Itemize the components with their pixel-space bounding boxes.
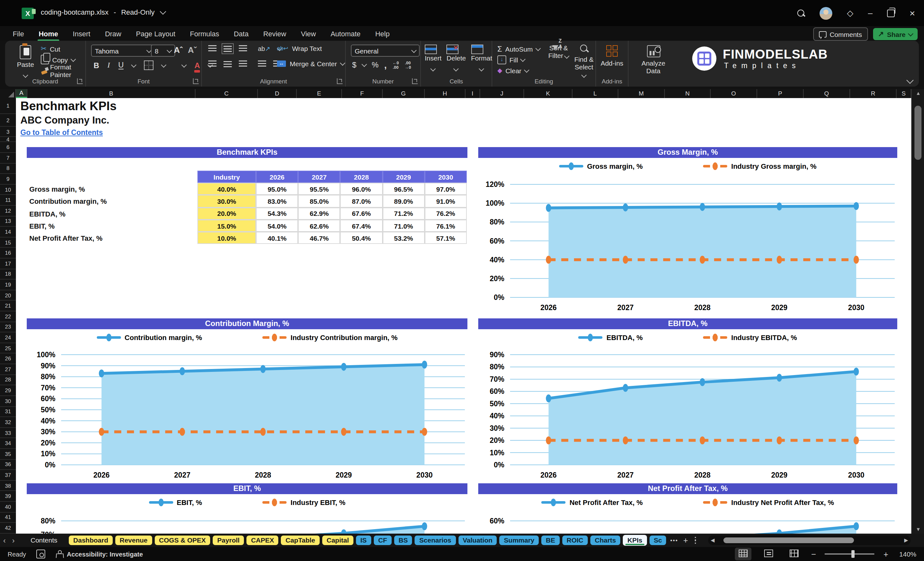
column-header-o[interactable]: O — [711, 89, 757, 98]
column-header-g[interactable]: G — [383, 89, 425, 98]
grow-font-button[interactable]: Aˆ — [174, 45, 183, 55]
row-header-9[interactable]: 9 — [0, 174, 16, 184]
sheet-tab-payroll[interactable]: Payroll — [213, 536, 244, 545]
sheet-tab-capex[interactable]: CAPEX — [246, 536, 278, 545]
sheet-tab-valuation[interactable]: Valuation — [458, 536, 497, 545]
column-header-m[interactable]: M — [618, 89, 665, 98]
row-header-36[interactable]: 36 — [0, 459, 16, 470]
align-top-icon[interactable] — [208, 45, 216, 52]
select-all-corner[interactable] — [0, 89, 16, 98]
align-middle-icon[interactable] — [224, 45, 232, 52]
sheet-tab-dashboard[interactable]: Dashboard — [69, 536, 113, 545]
format-painter-button[interactable]: Format Painter — [41, 65, 86, 76]
row-header-26[interactable]: 26 — [0, 354, 16, 364]
kpi-header-2029[interactable]: 2029 — [382, 171, 424, 183]
kpi-value-gross-margin-2028[interactable]: 96.0% — [340, 183, 382, 195]
close-button[interactable]: × — [909, 8, 915, 18]
menu-tab-draw[interactable]: Draw — [104, 28, 123, 39]
row-header-12[interactable]: 12 — [0, 206, 16, 216]
sheet-tab-bs[interactable]: BS — [394, 536, 412, 545]
menu-tab-help[interactable]: Help — [374, 28, 391, 39]
title-chevron-down-icon[interactable] — [160, 8, 166, 15]
menu-tab-home[interactable]: Home — [37, 28, 59, 39]
column-header-h[interactable]: H — [425, 89, 465, 98]
minimize-button[interactable]: – — [868, 9, 872, 17]
sheet-tab-sc[interactable]: Sc — [649, 536, 666, 545]
kpi-row-label-ebit[interactable]: EBIT, % — [29, 222, 54, 230]
row-header-27[interactable]: 27 — [0, 364, 16, 375]
row-header-28[interactable]: 28 — [0, 375, 16, 385]
increase-decimal-button[interactable]: ←0.00 — [393, 60, 399, 69]
search-icon[interactable] — [797, 9, 805, 17]
kpi-value-contribution-margin-2026[interactable]: 83.0% — [256, 195, 298, 208]
currency-button[interactable]: $ — [352, 60, 356, 69]
kpi-value-ebit-2027[interactable]: 62.6% — [298, 220, 340, 232]
scroll-down-icon[interactable]: ▼ — [912, 526, 924, 532]
kpi-header-2030[interactable]: 2030 — [425, 171, 467, 183]
menu-tab-formulas[interactable]: Formulas — [189, 28, 220, 39]
row-header-22[interactable]: 22 — [0, 311, 16, 322]
macro-record-icon[interactable] — [36, 549, 45, 558]
chart-ebitda[interactable]: EBITDA, %Industry EBITDA, %0%10%20%30%40… — [478, 329, 897, 483]
row-header-24[interactable]: 24 — [0, 333, 16, 343]
row-header-7[interactable]: 7 — [0, 153, 16, 164]
row-header-6[interactable]: 6 — [0, 142, 16, 153]
column-header-f[interactable]: F — [342, 89, 383, 98]
number-dialog-launcher[interactable] — [412, 78, 418, 84]
kpi-value-contribution-margin-2029[interactable]: 89.0% — [382, 195, 424, 208]
italic-button[interactable]: I — [107, 60, 110, 70]
paste-button[interactable]: Paste — [14, 44, 37, 80]
avatar[interactable] — [820, 7, 832, 20]
zoom-in-button[interactable]: + — [884, 549, 888, 559]
row-header-38[interactable]: 38 — [0, 481, 16, 491]
kpi-value-net-profit-after-tax-2026[interactable]: 40.1% — [256, 232, 298, 244]
sheet-tab-scenarios[interactable]: Scenarios — [415, 536, 456, 545]
kpi-value-ebit-2028[interactable]: 67.4% — [340, 220, 382, 232]
delete-cells-button[interactable]: Delete — [447, 45, 466, 73]
sheet-tab-charts[interactable]: Charts — [590, 536, 621, 545]
borders-button[interactable] — [144, 60, 154, 70]
align-right-icon[interactable] — [239, 60, 247, 68]
align-left-icon[interactable] — [208, 60, 216, 68]
kpi-industry-ebitda[interactable]: 20.0% — [197, 207, 256, 220]
row-header-31[interactable]: 31 — [0, 406, 16, 417]
page-layout-view-button[interactable] — [760, 548, 777, 560]
row-header-33[interactable]: 33 — [0, 428, 16, 438]
row-header-37[interactable]: 37 — [0, 470, 16, 480]
kpi-value-ebitda-2030[interactable]: 76.2% — [425, 207, 467, 220]
kpi-value-net-profit-after-tax-2028[interactable]: 50.4% — [340, 232, 382, 244]
column-header-e[interactable]: E — [297, 89, 342, 98]
insert-cells-button[interactable]: Insert — [425, 45, 442, 73]
decrease-indent-icon[interactable] — [258, 60, 266, 68]
kpi-value-net-profit-after-tax-2027[interactable]: 46.7% — [298, 232, 340, 244]
merge-center-button[interactable]: ↔ Merge & Center — [277, 60, 345, 68]
decrease-decimal-button[interactable]: .00→0 — [405, 60, 411, 69]
kpi-value-ebitda-2027[interactable]: 62.9% — [298, 207, 340, 220]
row-header-13[interactable]: 13 — [0, 216, 16, 227]
kpi-value-ebit-2030[interactable]: 76.1% — [425, 220, 467, 232]
sheet-tab-revenue[interactable]: Revenue — [115, 536, 152, 545]
normal-view-button[interactable] — [735, 548, 752, 560]
column-header-p[interactable]: P — [757, 89, 804, 98]
font-family-select[interactable]: Tahoma — [91, 45, 155, 57]
percent-button[interactable]: % — [372, 60, 378, 69]
wrap-text-button[interactable]: ab↩ Wrap Text — [277, 45, 322, 52]
font-size-select[interactable]: 8 — [151, 45, 175, 57]
column-header-k[interactable]: K — [524, 89, 573, 98]
chart-net-profit-after-tax[interactable]: Net Profit After Tax, %Industry Net Prof… — [478, 494, 897, 534]
chart-contribution-margin[interactable]: Contribution margin, %Industry Contribut… — [27, 329, 467, 483]
underline-button[interactable]: U — [118, 62, 123, 69]
row-header-21[interactable]: 21 — [0, 301, 16, 311]
kpi-header-2027[interactable]: 2027 — [298, 171, 340, 183]
row-header-35[interactable]: 35 — [0, 449, 16, 459]
kpi-header-industry[interactable]: Industry — [197, 171, 256, 183]
menu-tab-data[interactable]: Data — [232, 28, 250, 39]
sheet-tab-be[interactable]: BE — [541, 536, 560, 545]
page-break-view-button[interactable] — [786, 548, 802, 560]
zoom-slider-thumb[interactable] — [852, 550, 855, 558]
accessibility-status[interactable]: Accessibility: Investigate — [56, 550, 143, 558]
chart-gross-margin[interactable]: Gross margin, %Industry Gross margin, %0… — [478, 158, 897, 315]
row-header-2[interactable]: 2 — [0, 114, 16, 127]
comma-style-button[interactable]: , — [384, 60, 387, 70]
collapse-ribbon-chevron-icon[interactable] — [906, 77, 914, 84]
